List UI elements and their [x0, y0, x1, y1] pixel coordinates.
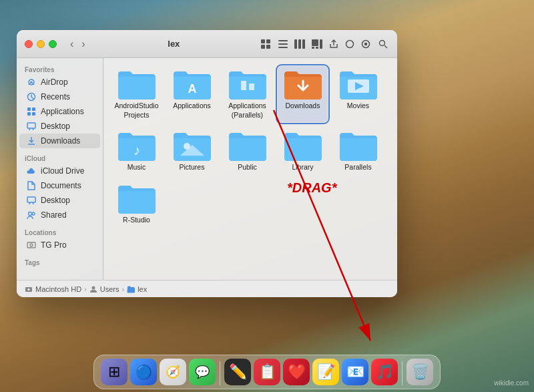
file-item-androidstudio[interactable]: AndroidStudioProjects	[111, 66, 162, 122]
svg-rect-7	[294, 39, 297, 49]
sidebar-item-desktop[interactable]: Desktop	[19, 119, 100, 134]
svg-point-36	[30, 244, 33, 246]
shared-icon	[26, 210, 37, 220]
recents-icon	[26, 91, 37, 102]
file-item-applications[interactable]: A Applications	[167, 66, 217, 122]
view-list-button[interactable]	[277, 38, 289, 50]
sidebar-downloads-label: Downloads	[41, 136, 80, 146]
file-item-applications-parallels[interactable]: Applications (Parallels)	[222, 66, 272, 122]
dock-messages[interactable]: 💬	[189, 359, 216, 385]
svg-line-27	[29, 128, 30, 130]
view-column-button[interactable]	[293, 38, 306, 50]
safari-icon: 🧭	[166, 365, 180, 379]
file-item-r-studio[interactable]: R-Studio	[111, 180, 162, 228]
file-item-downloads[interactable]: Downloads	[278, 66, 328, 122]
breadcrumb-lex-label: lex	[138, 285, 147, 293]
traffic-lights	[25, 40, 57, 48]
back-button[interactable]: ‹	[67, 37, 76, 51]
svg-rect-5	[278, 43, 288, 45]
dock-trash[interactable]: 🗑️	[407, 359, 433, 385]
desktop2-icon	[26, 195, 37, 206]
close-button[interactable]	[25, 40, 33, 48]
dock-pencil[interactable]: ✏️	[224, 359, 251, 385]
airdrop-icon	[26, 77, 37, 87]
sidebar-item-airdrop[interactable]: AirDrop	[19, 75, 100, 89]
window-title: lex	[93, 39, 254, 49]
breadcrumb-lex[interactable]: lex	[127, 285, 147, 293]
breadcrumb-hd[interactable]: Macintosh HD	[25, 285, 81, 293]
svg-rect-6	[278, 47, 288, 48]
file-item-music[interactable]: ♪ Music	[111, 128, 162, 175]
file-label-applications: Applications	[173, 102, 211, 111]
file-area[interactable]: AndroidStudioProjects A Applications	[103, 58, 397, 280]
svg-point-47	[91, 286, 95, 289]
dock-finder[interactable]: 🔵	[130, 359, 157, 385]
sidebar-item-desktop2[interactable]: Desktop	[19, 193, 100, 208]
dock-pocket[interactable]: ❤️	[283, 359, 310, 385]
file-label-public: Public	[238, 163, 257, 172]
file-label-downloads: Downloads	[286, 102, 320, 111]
svg-point-16	[365, 43, 367, 45]
dock-safari[interactable]: 🧭	[160, 359, 186, 385]
svg-line-32	[33, 202, 33, 204]
svg-point-46	[28, 288, 30, 290]
search-button[interactable]	[377, 38, 389, 50]
file-label-parallels: Parallels	[344, 163, 371, 172]
svg-line-31	[29, 202, 30, 204]
svg-rect-11	[312, 47, 314, 49]
svg-rect-30	[27, 197, 35, 202]
svg-rect-8	[298, 39, 301, 49]
dock-divider	[220, 361, 220, 385]
breadcrumb-users[interactable]: Users	[89, 285, 119, 293]
svg-rect-2	[261, 45, 265, 49]
dock-launchpad[interactable]: ⊞	[101, 359, 127, 385]
sidebar-item-applications[interactable]: Applications	[19, 104, 100, 119]
dock-music[interactable]: 🎵	[371, 359, 398, 385]
folder-icon-applications-parallels	[229, 69, 266, 100]
status-bar: Macintosh HD › Users › lex	[17, 280, 397, 297]
toolbar-icons	[260, 38, 389, 50]
tag-button[interactable]	[344, 38, 356, 50]
svg-rect-12	[316, 47, 318, 49]
sidebar-icloud-drive-label: iCloud Drive	[41, 166, 84, 176]
dock-tasks[interactable]: 📋	[254, 359, 280, 385]
view-gallery-button[interactable]	[310, 38, 324, 50]
share-button[interactable]	[328, 38, 340, 50]
nav-buttons: ‹ ›	[67, 37, 88, 51]
sidebar-item-recents[interactable]: Recents	[19, 89, 100, 104]
messages-icon: 💬	[195, 365, 210, 379]
sidebar-shared-label: Shared	[41, 210, 67, 220]
file-label-androidstudio: AndroidStudioProjects	[114, 102, 159, 120]
file-label-pictures: Pictures	[180, 163, 205, 172]
file-item-movies[interactable]: Movies	[333, 66, 383, 122]
maximize-button[interactable]	[49, 40, 57, 48]
view-grid-button[interactable]	[260, 38, 273, 50]
sidebar: Favorites AirDrop	[17, 58, 103, 280]
trash-icon: 🗑️	[411, 363, 429, 381]
file-label-r-studio: R-Studio	[123, 216, 150, 225]
action-button[interactable]	[360, 38, 373, 50]
forward-button[interactable]: ›	[79, 37, 87, 51]
sidebar-item-tg-pro[interactable]: TG Pro	[19, 238, 100, 252]
file-item-parallels[interactable]: Parallels	[333, 128, 383, 175]
file-label-movies: Movies	[347, 102, 369, 111]
dock-mail[interactable]: 📧	[342, 359, 368, 385]
file-item-pictures[interactable]: Pictures	[167, 128, 217, 175]
file-item-public[interactable]: Public	[222, 128, 272, 175]
sidebar-item-shared[interactable]: Shared	[19, 208, 100, 222]
sidebar-item-downloads[interactable]: Downloads	[19, 134, 100, 148]
sidebar-desktop-label: Desktop	[41, 122, 70, 131]
sidebar-item-documents[interactable]: Documents	[19, 178, 100, 193]
minimize-button[interactable]	[37, 40, 45, 48]
dock-stickies[interactable]: 📝	[312, 359, 339, 385]
svg-line-28	[33, 128, 33, 130]
sidebar-recents-label: Recents	[41, 92, 70, 102]
sidebar-item-icloud-drive[interactable]: iCloud Drive	[19, 164, 100, 178]
documents-icon	[26, 180, 37, 191]
tags-section-title: Tags	[17, 256, 103, 268]
pencil-app-icon: ✏️	[229, 363, 247, 381]
applications-icon	[26, 106, 37, 117]
mail-icon: 📧	[346, 363, 364, 381]
file-item-library[interactable]: Library	[278, 128, 328, 175]
finder-window: ‹ › lex	[17, 30, 397, 297]
